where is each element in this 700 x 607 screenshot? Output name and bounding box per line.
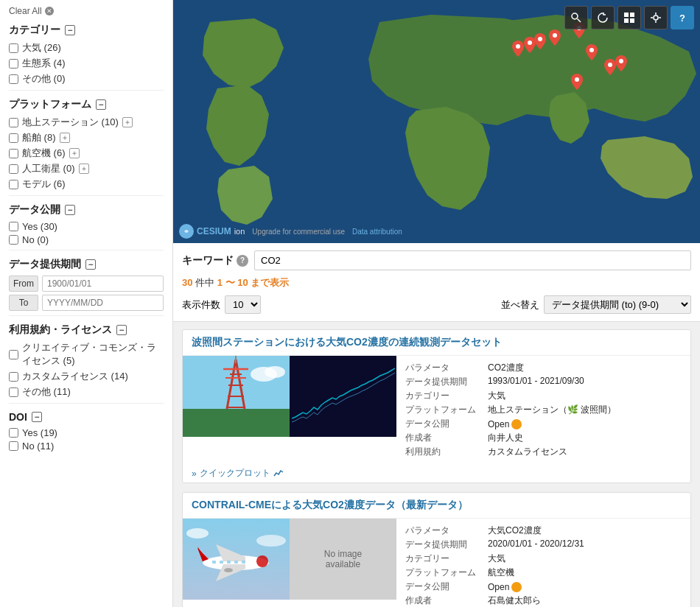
keyword-help-icon[interactable]: ? xyxy=(237,255,248,267)
map-pin-2[interactable] xyxy=(534,33,546,52)
svg-point-9 xyxy=(575,77,579,82)
filter-custom-license[interactable]: カスタムライセンス (14) xyxy=(9,370,164,383)
map-pin-5[interactable] xyxy=(586,44,598,63)
filter-ecosystem[interactable]: 生態系 (4) xyxy=(9,57,164,70)
quickplot-link-1[interactable]: クイックプロット xyxy=(183,464,690,483)
map-pin-1[interactable] xyxy=(512,41,524,59)
result-title-1[interactable]: 波照間ステーションにおける大気CO2濃度の連続観測データセット xyxy=(183,330,690,356)
category-collapse-icon[interactable]: － xyxy=(65,25,75,35)
map-help-button[interactable]: ? xyxy=(671,6,694,29)
expand-ship-icon[interactable]: ＋ xyxy=(60,133,70,143)
result-body-1: パラメータ CO2濃度 データ提供期間 1993/01/01 - 2021/09… xyxy=(183,356,690,464)
open-badge-2 xyxy=(511,582,522,592)
from-label: From xyxy=(9,276,38,292)
from-input[interactable] xyxy=(42,276,164,292)
data-period-title: データ提供期間 － xyxy=(9,258,164,271)
filter-no[interactable]: No (0) xyxy=(9,234,164,245)
map-reset-button[interactable] xyxy=(591,6,615,29)
doi-title: DOI － xyxy=(9,411,164,423)
filter-satellite[interactable]: 人工衛星 (0) ＋ xyxy=(9,162,164,175)
filter-model[interactable]: モデル (6) xyxy=(9,178,164,191)
platform-section: プラットフォーム － 地上ステーション (10) ＋ 船舶 (8) ＋ 航空機 … xyxy=(9,98,164,191)
per-page-label: 表示件数 xyxy=(182,298,220,312)
filter-satellite-checkbox[interactable] xyxy=(9,164,18,174)
filter-aircraft[interactable]: 航空機 (6) ＋ xyxy=(9,147,164,160)
clear-all-button[interactable]: Clear All ✕ xyxy=(9,6,164,16)
filter-custom-license-checkbox[interactable] xyxy=(9,372,18,382)
expand-aircraft-icon[interactable]: ＋ xyxy=(69,148,80,158)
svg-rect-49 xyxy=(242,561,245,564)
data-period-collapse-icon[interactable]: － xyxy=(85,259,96,270)
map-grid-button[interactable] xyxy=(617,6,641,29)
filter-ship[interactable]: 船舶 (8) ＋ xyxy=(9,131,164,144)
map-pin-9[interactable] xyxy=(571,74,583,92)
svg-point-6 xyxy=(608,63,612,67)
data-public-title: データ公開 － xyxy=(9,203,164,217)
map-pin-6[interactable] xyxy=(604,59,616,77)
data-public-collapse-icon[interactable]: － xyxy=(65,205,75,215)
cesium-upgrade-text[interactable]: Upgrade for commercial use xyxy=(252,228,345,236)
svg-rect-12 xyxy=(624,13,629,17)
map-toolbar: ? xyxy=(564,6,694,29)
map-pin-3[interactable] xyxy=(549,29,561,48)
map-pin-7[interactable] xyxy=(615,55,627,74)
map-location-button[interactable] xyxy=(644,6,668,29)
main-content: ? CESIUM ion Upgrade for commercial use … xyxy=(173,0,700,607)
sort-select[interactable]: データ提供期間 (to) (9-0) データ提供期間 (from) (9-0) … xyxy=(544,295,691,314)
svg-rect-15 xyxy=(630,18,634,23)
result-card-1: 波照間ステーションにおける大気CO2濃度の連続観測データセット xyxy=(182,329,691,483)
filter-model-checkbox[interactable] xyxy=(9,180,18,189)
license-collapse-icon[interactable]: － xyxy=(116,325,127,335)
cesium-data-attr[interactable]: Data attribution xyxy=(352,228,402,236)
filter-cc[interactable]: クリエイティブ・コモンズ・ライセンス (5) xyxy=(9,341,164,368)
keyword-input[interactable] xyxy=(254,250,691,270)
filter-ground-station-checkbox[interactable] xyxy=(9,118,18,127)
filter-ecosystem-checkbox[interactable] xyxy=(9,59,18,69)
filter-doi-no-checkbox[interactable] xyxy=(9,441,18,451)
expand-satellite-icon[interactable]: ＋ xyxy=(79,164,89,174)
result-title-2[interactable]: CONTRAIL-CMEによる大気CO2濃度データ（最新データ） xyxy=(183,493,690,519)
svg-rect-14 xyxy=(624,18,629,23)
result-image-2 xyxy=(183,519,290,600)
filter-ground-station[interactable]: 地上ステーション (10) ＋ xyxy=(9,116,164,129)
filter-doi-yes-checkbox[interactable] xyxy=(9,428,18,438)
clear-all-icon: ✕ xyxy=(45,7,54,15)
filter-atmos-checkbox[interactable] xyxy=(9,43,18,53)
result-meta-1: パラメータ CO2濃度 データ提供期間 1993/01/01 - 2021/09… xyxy=(396,356,690,464)
filter-cc-checkbox[interactable] xyxy=(9,350,18,359)
license-section: 利用規約・ライセンス － クリエイティブ・コモンズ・ライセンス (5) カスタム… xyxy=(9,323,164,399)
expand-ground-station-icon[interactable]: ＋ xyxy=(122,117,133,127)
filter-aircraft-checkbox[interactable] xyxy=(9,149,18,158)
map-area: ? CESIUM ion Upgrade for commercial use … xyxy=(173,0,700,243)
filter-other-cat-checkbox[interactable] xyxy=(9,74,18,84)
svg-line-11 xyxy=(578,19,581,23)
filter-no-checkbox[interactable] xyxy=(9,235,18,245)
svg-point-34 xyxy=(265,366,285,378)
platform-title: プラットフォーム － xyxy=(9,98,164,111)
filter-atmos[interactable]: 大気 (26) xyxy=(9,41,164,55)
sort-label: 並べ替え xyxy=(501,298,539,312)
platform-collapse-icon[interactable]: － xyxy=(96,99,106,110)
filter-other-cat[interactable]: その他 (0) xyxy=(9,72,164,85)
to-input[interactable] xyxy=(42,295,164,311)
map-search-button[interactable] xyxy=(564,6,588,29)
filter-other-license[interactable]: その他 (11) xyxy=(9,385,164,399)
filter-doi-no[interactable]: No (11) xyxy=(9,441,164,452)
filter-yes[interactable]: Yes (30) xyxy=(9,221,164,232)
filter-other-license-checkbox[interactable] xyxy=(9,387,18,397)
date-from-row: From xyxy=(9,276,164,292)
license-title: 利用規約・ライセンス － xyxy=(9,323,164,337)
svg-point-38 xyxy=(256,535,286,547)
keyword-row: キーワード ? xyxy=(182,250,691,270)
search-area: キーワード ? 30 件中 1 〜 10 まで表示 表示件数 10 25 50 … xyxy=(173,243,700,322)
filter-yes-checkbox[interactable] xyxy=(9,222,18,231)
doi-collapse-icon[interactable]: － xyxy=(32,412,42,422)
per-page-select[interactable]: 10 25 50 xyxy=(225,295,261,314)
open-badge-1 xyxy=(511,419,522,429)
map-pin-4[interactable] xyxy=(524,37,536,55)
filter-ship-checkbox[interactable] xyxy=(9,133,18,143)
result-card-2: CONTRAIL-CMEによる大気CO2濃度データ（最新データ） xyxy=(182,492,691,607)
ion-text: ion xyxy=(234,227,245,236)
date-to-row: To xyxy=(9,295,164,311)
filter-doi-yes[interactable]: Yes (19) xyxy=(9,427,164,438)
